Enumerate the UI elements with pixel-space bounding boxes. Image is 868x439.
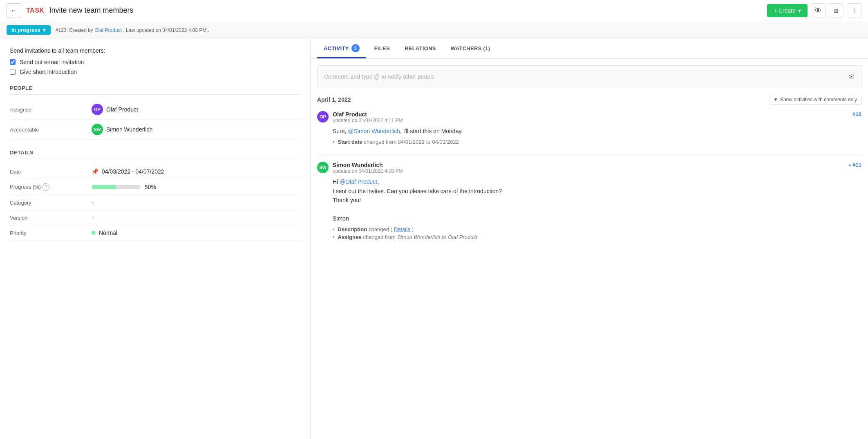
status-chevron-icon: ▾: [43, 27, 46, 33]
status-badge[interactable]: In progress ▾: [7, 25, 51, 35]
status-bar: In progress ▾ #123: Created by Olaf Prod…: [0, 21, 868, 39]
tab-activity[interactable]: ACTIVITY 3: [317, 39, 366, 58]
assignee-name: Olaf Product: [106, 106, 138, 113]
checklist-label-2: Give short introduction: [20, 69, 77, 75]
change-startdate-text: changed from 04/01/2022: [364, 139, 425, 145]
activity-body-line-2: I sent out the invites. Can you please t…: [333, 187, 861, 196]
priority-text: Normal: [99, 230, 117, 236]
creator-link[interactable]: Olaf Product: [94, 27, 122, 33]
version-row: Version -: [10, 210, 300, 225]
description-section: Send invitations to all team members: Se…: [10, 47, 300, 75]
comment-placeholder: Comment and type @ to notify other peopl…: [324, 74, 435, 80]
comment-send-icon: ✉: [848, 72, 855, 81]
progress-value: 50%: [92, 184, 156, 190]
right-panel: ACTIVITY 3 FILES RELATIONS WATCHERS (1) …: [311, 39, 868, 439]
filter-label: Show activities with comments only: [780, 97, 857, 103]
activity-date-header: April 1, 2022 ▼ Show activities with com…: [317, 95, 861, 105]
change-startdate-key: Start date: [338, 139, 362, 145]
progress-bar-container: 50%: [92, 184, 156, 190]
more-button[interactable]: ⋮: [847, 3, 861, 18]
date-pin-icon: 📌: [92, 168, 98, 175]
change-assignee-text: changed from: [363, 234, 396, 240]
tab-watchers-label: WATCHERS (1): [451, 45, 490, 51]
accountable-name: Simon Wunderlich: [106, 126, 152, 133]
accountable-avatar: SW: [92, 124, 103, 135]
tab-watchers[interactable]: WATCHERS (1): [444, 40, 497, 58]
assignee-value: OP Olaf Product: [92, 104, 138, 115]
activity-body-line-4: [333, 205, 861, 214]
activity-time-11: updated on 04/01/2022 4:00 PM: [333, 168, 844, 174]
category-label: Category: [10, 200, 92, 206]
change-startdate-newval: 04/03/2022: [432, 139, 459, 145]
activity-body-11: Hi @Olaf Product, I sent out the invites…: [317, 177, 861, 223]
meta-suffix: . Last updated on 04/01/2022 4:08 PM .: [123, 27, 209, 33]
priority-dot-icon: [92, 231, 96, 235]
left-panel: Send invitations to all team members: Se…: [0, 39, 311, 439]
checklist-checkbox-2[interactable]: [10, 69, 16, 75]
checklist-item-1: Send out e-mail invitation: [10, 59, 300, 65]
details-section-title: DETAILS: [10, 149, 300, 159]
accountable-row: Accountable SW Simon Wunderlich: [10, 120, 300, 140]
version-value: -: [92, 214, 94, 221]
progress-bar-track: [92, 185, 141, 189]
activity-body-line-3: Thank you!: [333, 196, 861, 205]
checklist-checkbox-1[interactable]: [10, 59, 16, 65]
change-description: Description changed (Details): [333, 226, 861, 232]
create-btn-label: + Create: [774, 7, 796, 14]
progress-help-icon[interactable]: ?: [42, 183, 49, 191]
back-button[interactable]: ←: [7, 3, 21, 18]
desc-intro: Send invitations to all team members:: [10, 47, 300, 54]
header-actions: + Create ▾ 👁 ⧄ ⋮: [767, 3, 861, 18]
mention-simon[interactable]: @Simon Wunderlich: [348, 128, 400, 134]
version-label: Version: [10, 215, 92, 221]
status-meta: #123: Created by Olaf Product . Last upd…: [56, 27, 209, 33]
category-value: -: [92, 199, 94, 206]
tab-activity-label: ACTIVITY: [324, 45, 349, 51]
accountable-label: Accountable: [10, 127, 92, 133]
date-label: Date: [10, 169, 92, 175]
activity-date: April 1, 2022: [317, 96, 351, 103]
activity-divider: [317, 155, 861, 155]
tab-activity-badge: 3: [351, 44, 360, 52]
progress-bar-fill: [92, 185, 116, 189]
change-assignee-to-text: to: [442, 234, 446, 240]
activity-avatar-12: OP: [317, 111, 329, 123]
activity-avatar-11: SW: [317, 162, 329, 173]
assignee-avatar: OP: [92, 104, 103, 115]
create-chevron-icon: ▾: [798, 7, 801, 14]
expand-button[interactable]: ⧄: [829, 3, 843, 18]
activity-changes-12: Start date changed from 04/01/2022 to 04…: [317, 139, 861, 145]
expand-icon: ⧄: [834, 7, 838, 14]
change-assignee-to-val: Olaf Product: [448, 234, 477, 240]
tab-relations-label: RELATIONS: [405, 45, 436, 51]
progress-row: Progress (%) ? 50%: [10, 179, 300, 195]
activity-meta-12: Olaf Product updated on 04/01/2022 4:11 …: [333, 111, 848, 123]
activity-item-12: OP Olaf Product updated on 04/01/2022 4:…: [317, 111, 861, 145]
assignee-row: Assignee OP Olaf Product: [10, 100, 300, 120]
change-desc-link[interactable]: Details: [394, 226, 410, 232]
activity-changes-11: Description changed (Details) Assignee c…: [317, 226, 861, 240]
change-startdate: Start date changed from 04/01/2022 to 04…: [333, 139, 861, 145]
activity-user-12: Olaf Product: [333, 111, 848, 118]
activity-body-line-5: Simon: [333, 214, 861, 223]
tab-files[interactable]: FILES: [368, 40, 396, 58]
tab-files-label: FILES: [374, 45, 390, 51]
create-button[interactable]: + Create ▾: [767, 4, 808, 17]
comment-input-area[interactable]: Comment and type @ to notify other peopl…: [317, 65, 861, 88]
checklist-item-2: Give short introduction: [10, 69, 300, 75]
tab-relations[interactable]: RELATIONS: [398, 40, 443, 58]
change-desc-text: changed (: [369, 226, 392, 232]
priority-row: Priority Normal: [10, 225, 300, 241]
tabs-bar: ACTIVITY 3 FILES RELATIONS WATCHERS (1): [311, 39, 868, 59]
back-icon: ←: [11, 7, 17, 14]
checklist-label-1: Send out e-mail invitation: [20, 59, 84, 65]
change-desc-end: ): [412, 226, 414, 232]
eye-button[interactable]: 👁: [811, 3, 825, 18]
filter-comments-button[interactable]: ▼ Show activities with comments only: [769, 95, 861, 105]
activity-meta-11: Simon Wunderlich updated on 04/01/2022 4…: [333, 162, 844, 174]
progress-label: Progress (%) ?: [10, 183, 92, 191]
change-desc-key: Description: [338, 226, 367, 232]
activity-header-11: SW Simon Wunderlich updated on 04/01/202…: [317, 162, 861, 174]
mention-olaf[interactable]: @Olaf Product: [340, 178, 377, 185]
date-row: Date 📌 04/03/2022 - 04/07/2022: [10, 164, 300, 179]
